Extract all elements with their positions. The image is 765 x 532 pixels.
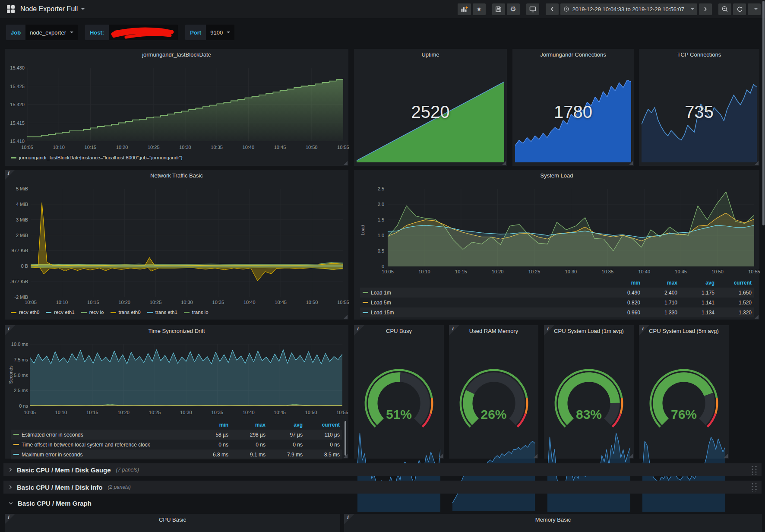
- gauge-sparkline: [452, 429, 535, 456]
- legend-column-header[interactable]: max: [228, 422, 266, 428]
- legend-scrollbar[interactable]: [345, 421, 346, 456]
- legend-item[interactable]: recv eth1: [46, 310, 74, 315]
- legend-stat-value: 0.490: [603, 290, 640, 296]
- legend-series-label: trans eth0: [119, 310, 141, 315]
- panel-resize-handle[interactable]: [629, 161, 633, 165]
- panel-title[interactable]: Jormungandr Connections: [512, 51, 634, 58]
- job-value-dropdown[interactable]: node_exporter: [25, 25, 78, 40]
- page-scrollbar[interactable]: [762, 1, 765, 225]
- panel-cpu-busy: i CPU Busy 51%: [354, 325, 444, 459]
- grafana-logo-icon[interactable]: [7, 5, 15, 13]
- host-value-dropdown[interactable]: [109, 25, 178, 40]
- legend-series-toggle[interactable]: Estimated error in seconds: [13, 432, 191, 438]
- legend-column-header[interactable]: current: [303, 422, 340, 428]
- legend-series-toggle[interactable]: Load 5m: [363, 300, 603, 306]
- panel-resize-handle[interactable]: [344, 454, 348, 458]
- legend-column-header[interactable]: avg: [677, 280, 714, 286]
- row-drag-handle[interactable]: [751, 482, 758, 492]
- legend-column-header[interactable]: min: [191, 422, 228, 428]
- panel-info-corner[interactable]: [449, 325, 459, 336]
- legend-series-color: [13, 444, 19, 445]
- panel-title[interactable]: TCP Connections: [639, 51, 759, 58]
- settings-button[interactable]: ⚙: [507, 3, 520, 15]
- panel-info-corner[interactable]: [344, 514, 354, 524]
- panel-title[interactable]: Memory Basic: [344, 516, 762, 523]
- clock-icon: [563, 6, 569, 12]
- legend-series-toggle[interactable]: Maximum error in seconds: [13, 452, 191, 458]
- legend-stat-value: 9.1 ms: [228, 452, 266, 458]
- panel-title[interactable]: System Load: [354, 172, 759, 179]
- panel-title[interactable]: CPU System Load (1m avg): [544, 328, 634, 334]
- panel-info-corner[interactable]: [544, 325, 554, 336]
- row-basic-gauge[interactable]: Basic CPU / Mem / Disk Gauge (7 panels): [3, 463, 762, 476]
- legend-column-header[interactable]: min: [603, 280, 640, 286]
- legend-series-toggle[interactable]: Load 1m: [363, 290, 603, 296]
- legend-column-header[interactable]: current: [714, 280, 752, 286]
- panel-info-corner[interactable]: [5, 170, 15, 180]
- panel-resize-handle[interactable]: [344, 315, 348, 319]
- panel-resize-handle[interactable]: [534, 454, 537, 458]
- refresh-interval-dropdown[interactable]: [748, 3, 761, 15]
- panel-resize-handle[interactable]: [755, 315, 759, 319]
- panel-resize-handle[interactable]: [629, 454, 633, 458]
- star-button[interactable]: ★: [473, 3, 486, 15]
- tv-mode-button[interactable]: [526, 3, 539, 15]
- system-load-chart[interactable]: [388, 189, 754, 266]
- y-axis: 10.0 ms7.5 ms5.0 ms2.5 ms0 ns: [7, 344, 28, 406]
- legend-table-row: Estimated error in seconds58 µs298 µs97 …: [11, 430, 342, 440]
- info-icon: i: [7, 515, 9, 520]
- legend-column-header[interactable]: avg: [266, 422, 303, 428]
- legend-item[interactable]: trans eth1: [147, 310, 177, 315]
- time-drift-chart[interactable]: [30, 344, 342, 406]
- legend-item[interactable]: trans eth0: [111, 310, 141, 315]
- panel-title[interactable]: Uptime: [354, 51, 507, 58]
- panel-title[interactable]: CPU Busy: [354, 328, 444, 334]
- legend-item[interactable]: jormungandr_lastBlockDate{instance="loca…: [11, 155, 183, 160]
- gauge-value: 51%: [354, 407, 444, 422]
- legend-item[interactable]: trans lo: [184, 310, 209, 315]
- star-icon: ★: [476, 6, 482, 12]
- panel-title[interactable]: CPU System Load (5m avg): [639, 328, 729, 334]
- legend-item[interactable]: recv lo: [81, 310, 104, 315]
- panel-title[interactable]: jormungandr_lastBlockDate: [5, 51, 348, 58]
- add-panel-button[interactable]: [458, 3, 471, 15]
- panel-info-corner[interactable]: [639, 325, 649, 336]
- legend-stat-value: 8.5 ms: [303, 452, 340, 458]
- row-basic-graph[interactable]: Basic CPU / Mem Graph: [3, 497, 762, 510]
- panel-info-corner[interactable]: [5, 514, 15, 524]
- y-axis: 2.52.01.51.00.50: [371, 189, 384, 266]
- panel-resize-handle[interactable]: [502, 161, 506, 165]
- time-forward-button[interactable]: [699, 3, 712, 15]
- panel-title[interactable]: Used RAM Memory: [449, 328, 538, 334]
- panel-title[interactable]: Network Traffic Basic: [5, 172, 348, 179]
- row-basic-info[interactable]: Basic CPU / Mem / Disk Info (2 panels): [3, 481, 762, 494]
- panel-title[interactable]: CPU Basic: [5, 516, 340, 523]
- port-value-dropdown[interactable]: 9100: [206, 25, 234, 40]
- panel-title[interactable]: Time Syncronized Drift: [5, 328, 348, 334]
- panel-resize-handle[interactable]: [439, 454, 443, 458]
- network-chart[interactable]: [31, 189, 343, 297]
- panel-resize-handle[interactable]: [755, 161, 759, 165]
- legend-series-toggle[interactable]: Time offset in between local system and …: [13, 442, 191, 448]
- panel-resize-handle[interactable]: [724, 454, 728, 458]
- save-button[interactable]: [492, 3, 505, 15]
- legend-series-color: [11, 157, 16, 158]
- variable-host: Host:: [85, 25, 178, 40]
- row-drag-handle[interactable]: [751, 465, 758, 475]
- time-back-button[interactable]: [546, 3, 559, 15]
- zoom-out-button[interactable]: [718, 3, 731, 15]
- legend-series-toggle[interactable]: Load 15m: [363, 310, 603, 316]
- panel-resize-handle[interactable]: [344, 161, 348, 165]
- panel-cpu-load-1m: i CPU System Load (1m avg) 83%: [544, 325, 634, 459]
- legend-table-header: minmaxavgcurrent: [360, 278, 754, 288]
- panel-info-corner[interactable]: [354, 325, 364, 336]
- legend-item[interactable]: recv eth0: [11, 310, 39, 315]
- legend-column-header[interactable]: max: [640, 280, 677, 286]
- port-label: Port: [185, 25, 206, 40]
- lastblockdate-chart[interactable]: [27, 68, 343, 141]
- refresh-button[interactable]: [733, 3, 746, 15]
- legend-stat-value: 0 ns: [191, 442, 228, 448]
- time-range-picker[interactable]: 2019-12-29 10:04:33 to 2019-12-29 10:56:…: [560, 3, 698, 15]
- panel-info-corner[interactable]: [5, 325, 15, 336]
- dashboard-title-dropdown[interactable]: Node Exporter Full: [20, 5, 85, 13]
